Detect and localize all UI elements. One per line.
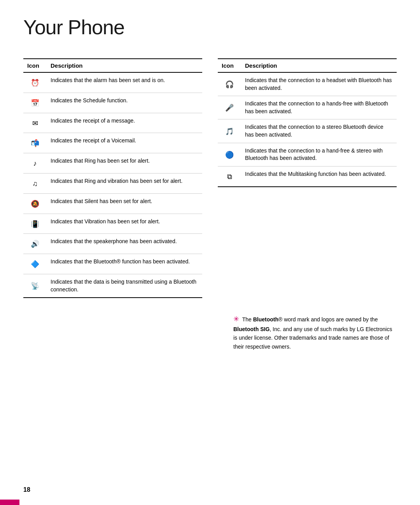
- icon-symbol: ⏰: [31, 79, 39, 87]
- icon-cell: 🔵: [218, 143, 241, 166]
- right-table-desc-header: Description: [241, 59, 397, 72]
- table-row: 📡 Indicates that the data is being trans…: [23, 274, 202, 298]
- description-cell: Indicates that the speakerphone has been…: [47, 234, 202, 254]
- icon-symbol: ⧉: [227, 173, 232, 181]
- table-row: 🔕 Indicates that Silent has been set for…: [23, 193, 202, 214]
- description-cell: Indicates that the alarm has been set an…: [47, 72, 202, 93]
- table-row: 🔵 Indicates that the connection to a han…: [218, 143, 397, 166]
- icon-cell: ✉: [23, 113, 47, 133]
- icon-symbol: 🔷: [31, 260, 39, 268]
- table-row: ✉ Indicates the receipt of a message.: [23, 113, 202, 133]
- icon-cell: 🔕: [23, 193, 47, 214]
- description-cell: Indicates that Silent has been set for a…: [47, 193, 202, 214]
- table-row: ⧉ Indicates that the Multitasking functi…: [218, 166, 397, 186]
- left-table-desc-header: Description: [47, 59, 202, 72]
- icon-cell: 🎤: [218, 96, 241, 119]
- icon-symbol: 🎧: [225, 81, 234, 88]
- icon-symbol: 🔵: [225, 151, 234, 159]
- icon-cell: ♫: [23, 173, 47, 193]
- right-table-icon-header: Icon: [218, 59, 241, 72]
- footnote-asterisk: ✳: [233, 315, 239, 323]
- table-row: 🎤 Indicates that the connection to a han…: [218, 96, 397, 119]
- icon-symbol: 📅: [31, 99, 39, 107]
- table-row: 🎵 Indicates that the connection to a ste…: [218, 119, 397, 143]
- icon-symbol: ✉: [32, 119, 38, 127]
- description-cell: Indicates that the Multitasking function…: [241, 166, 397, 186]
- description-cell: Indicates that Ring has been set for ale…: [47, 153, 202, 174]
- description-cell: Indicates that Vibration has been set fo…: [47, 214, 202, 234]
- bluetooth-sig-bold: Bluetooth SIG: [233, 326, 270, 332]
- table-row: 🎧 Indicates that the connection to a hea…: [218, 72, 397, 96]
- description-cell: Indicates that the connection to a heads…: [241, 72, 397, 96]
- icon-symbol: 🎤: [225, 104, 234, 112]
- icon-symbol: 📳: [31, 220, 39, 228]
- accent-bar: [0, 500, 19, 505]
- right-icon-table: Icon Description 🎧 Indicates that the co…: [218, 58, 397, 187]
- table-row: ♫ Indicates that Ring and vibration has …: [23, 173, 202, 193]
- icon-symbol: 🔕: [31, 200, 39, 208]
- icon-cell: 📡: [23, 274, 47, 298]
- icon-cell: 📬: [23, 133, 47, 153]
- description-cell: Indicates that the Bluetooth® function h…: [47, 254, 202, 274]
- icon-symbol: ♫: [32, 180, 38, 188]
- icon-cell: 🔊: [23, 234, 47, 254]
- page-title: Your Phone: [23, 16, 397, 39]
- table-row: 🔊 Indicates that the speakerphone has be…: [23, 234, 202, 254]
- page-number: 18: [23, 486, 30, 493]
- table-row: 📅 Indicates the Schedule function.: [23, 93, 202, 113]
- table-row: 📳 Indicates that Vibration has been set …: [23, 214, 202, 234]
- table-row: ♪ Indicates that Ring has been set for a…: [23, 153, 202, 174]
- description-cell: Indicates that Ring and vibration has be…: [47, 173, 202, 193]
- left-table-icon-header: Icon: [23, 59, 47, 72]
- icon-cell: 🔷: [23, 254, 47, 274]
- icon-cell: ♪: [23, 153, 47, 174]
- description-cell: Indicates that the connection to a hand-…: [241, 143, 397, 166]
- description-cell: Indicates that the data is being transmi…: [47, 274, 202, 298]
- icon-cell: ⧉: [218, 166, 241, 186]
- footnote-section: ✳ The Bluetooth® word mark and logos are…: [233, 314, 397, 351]
- description-cell: Indicates that the connection to a hands…: [241, 96, 397, 119]
- description-cell: Indicates that the connection to a stere…: [241, 119, 397, 143]
- icon-symbol: 📡: [31, 282, 39, 290]
- table-row: ⏰ Indicates that the alarm has been set …: [23, 72, 202, 93]
- icon-cell: 📅: [23, 93, 47, 113]
- icon-symbol: 📬: [31, 139, 39, 147]
- description-cell: Indicates the receipt of a Voicemail.: [47, 133, 202, 153]
- left-icon-table: Icon Description ⏰ Indicates that the al…: [23, 58, 202, 298]
- icon-cell: ⏰: [23, 72, 47, 93]
- icon-cell: 🎵: [218, 119, 241, 143]
- icon-cell: 🎧: [218, 72, 241, 96]
- icon-symbol: 🎵: [225, 128, 234, 135]
- footnote-text: ✳ The Bluetooth® word mark and logos are…: [233, 314, 397, 351]
- tables-wrapper: Icon Description ⏰ Indicates that the al…: [23, 58, 397, 298]
- description-cell: Indicates the Schedule function.: [47, 93, 202, 113]
- table-row: 🔷 Indicates that the Bluetooth® function…: [23, 254, 202, 274]
- table-row: 📬 Indicates the receipt of a Voicemail.: [23, 133, 202, 153]
- icon-symbol: ♪: [33, 160, 37, 167]
- bluetooth-bold: Bluetooth: [253, 316, 278, 323]
- icon-symbol: 🔊: [31, 240, 39, 248]
- description-cell: Indicates the receipt of a message.: [47, 113, 202, 133]
- icon-cell: 📳: [23, 214, 47, 234]
